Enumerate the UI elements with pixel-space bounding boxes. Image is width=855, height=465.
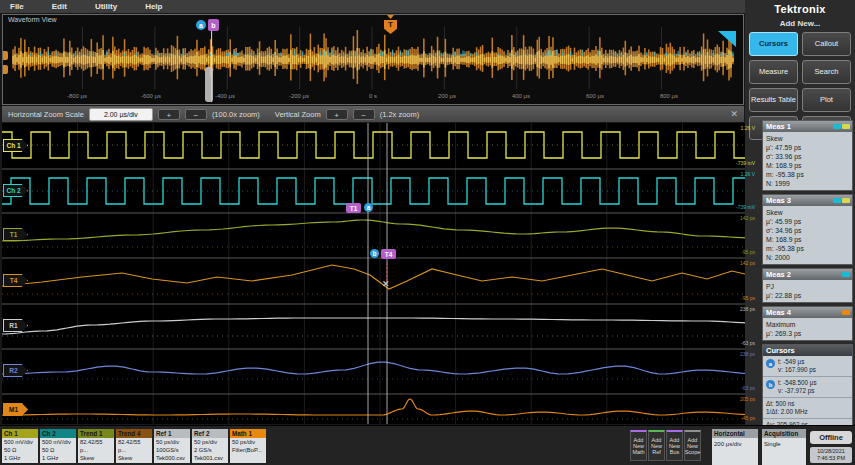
meas-2-source-chips: [841, 272, 850, 277]
cursor-delta-t-readout: Δt: 500 ns1/Δt: 2.00 MHz: [763, 398, 852, 419]
cursors-panel-header[interactable]: Cursors: [763, 345, 852, 356]
add-new-header: Add New...: [745, 19, 855, 28]
cursor-b-badge[interactable]: b: [370, 249, 379, 258]
ref-1-badge[interactable]: Ref 1 50 ps/div100GS/sTek000.csv: [154, 429, 190, 463]
time-text: 7:46:53 PM: [810, 455, 852, 462]
horizontal-zoom-factor: (100.0x zoom): [212, 110, 260, 119]
waveform-overview-panel[interactable]: Waveform View a b T -800 µs -600 µs -400…: [2, 14, 744, 105]
ref-2-badge[interactable]: Ref 2 50 ps/div2 GS/sTek001.csv: [192, 429, 228, 463]
scale-readout: -45 ps: [715, 415, 755, 421]
measure-button[interactable]: Measure: [749, 60, 798, 84]
meas-3-body: Skewµ': 45.99 ps σ': 34.96 psM: 168.9 ps…: [763, 206, 852, 264]
math-1-badge[interactable]: Math 1 50 ps/divFilter(BoP...: [230, 429, 266, 463]
overview-time-label: 600 µs: [575, 93, 615, 99]
results-panels-column: Meas 1 Skewµ': 47.59 ps σ': 33.96 psM: 1…: [762, 120, 853, 440]
cursors-button[interactable]: Cursors: [749, 32, 798, 56]
overview-time-label: 0 s: [353, 93, 393, 99]
horizontal-zoom-scale-label: Horizontal Zoom Scale: [8, 110, 84, 119]
overview-time-label: 200 µs: [427, 93, 467, 99]
trend-1-badge[interactable]: Trend 1 82.42/55 p...SkewMeas 1: [78, 429, 114, 463]
channel-1-badge[interactable]: Ch 1 500 mV/div50 Ω1 GHz: [2, 429, 38, 463]
scale-readout: -95 ps: [715, 249, 755, 255]
close-zoom-toolbar-icon[interactable]: ✕: [730, 109, 738, 119]
results-table-button[interactable]: Results Table: [749, 88, 798, 112]
plot-button[interactable]: Plot: [802, 88, 851, 112]
brand-logo: Tektronix: [745, 3, 855, 15]
channel-2-overview-tab[interactable]: [3, 65, 8, 74]
menu-edit[interactable]: Edit: [52, 2, 67, 11]
scale-readout: -63 ps: [715, 340, 755, 346]
overview-waveform-canvas: [3, 15, 743, 104]
meas-3-source-chips: [832, 198, 850, 203]
callout-button[interactable]: Callout: [802, 32, 851, 56]
horizontal-zoom-scale-input[interactable]: [89, 108, 153, 121]
scale-readout: 238 ps: [715, 351, 755, 357]
menu-help[interactable]: Help: [145, 2, 162, 11]
scale-readout: 238 ps: [715, 306, 755, 312]
horizontal-zoom-out-button[interactable]: −: [185, 109, 207, 120]
cursor-t1-badge[interactable]: T1: [346, 203, 361, 213]
scale-readout: 1.26 V: [715, 125, 755, 131]
cursor-a-badge[interactable]: a: [364, 203, 373, 212]
offline-button[interactable]: Offline: [810, 431, 852, 444]
meas-3-panel[interactable]: Meas 3 Skewµ': 45.99 ps σ': 34.96 psM: 1…: [762, 194, 853, 265]
oscilloscope-app: File Edit Utility Help Waveform View a b…: [0, 0, 855, 465]
datetime-display: 10/28/2021 7:46:53 PM: [810, 447, 852, 463]
meas-3-header[interactable]: Meas 3: [763, 195, 852, 206]
meas-4-header[interactable]: Meas 4: [763, 307, 852, 318]
overview-time-label: -800 µs: [57, 93, 97, 99]
vertical-zoom-factor: (1.2x zoom): [380, 110, 420, 119]
overview-time-label: 800 µs: [649, 93, 689, 99]
meas-2-panel[interactable]: Meas 2 PJµ': 22.88 ps: [762, 268, 853, 303]
add-new-scope-button[interactable]: Add New Scope: [684, 430, 701, 461]
cursor-t4-badge[interactable]: T4: [381, 249, 396, 259]
cursor-a-icon: a: [766, 359, 775, 368]
overview-zoom-slider-handle[interactable]: [205, 67, 213, 102]
overview-title: Waveform View: [8, 16, 57, 23]
menu-bar: File Edit Utility Help: [0, 0, 855, 13]
meas-4-source-chips: [841, 310, 850, 315]
cursor-b-readout: b t: -548.500 µsv: -37.972 ps: [763, 377, 852, 398]
horizontal-badge[interactable]: Horizontal 200 µs/div: [712, 429, 758, 463]
zoom-toolbar: Horizontal Zoom Scale + − (100.0x zoom) …: [2, 106, 744, 122]
main-waveform-view[interactable]: Ch 1 Ch 2 T1 T4 R1 R2 M1 1.26 V -739 mV …: [2, 123, 760, 424]
meas-2-header[interactable]: Meas 2: [763, 269, 852, 280]
crosshair-marker[interactable]: ✕: [382, 279, 390, 289]
scale-readout: -739 mV: [715, 204, 755, 210]
channel-1-overview-tab[interactable]: [3, 51, 8, 60]
scale-readout: 142 ps: [715, 215, 755, 221]
meas-4-body: Maximumµ': 269.3 ps: [763, 318, 852, 340]
vertical-zoom-in-button[interactable]: +: [326, 109, 348, 120]
scale-readout: -739 mV: [715, 160, 755, 166]
scale-readout: -95 ps: [715, 295, 755, 301]
add-new-ref-button[interactable]: Add New Ref: [648, 430, 665, 461]
meas-2-body: PJµ': 22.88 ps: [763, 280, 852, 302]
overview-cursor-a-badge[interactable]: a: [196, 20, 206, 30]
cursor-b-icon: b: [766, 380, 775, 389]
meas-1-panel[interactable]: Meas 1 Skewµ': 47.59 ps σ': 33.96 psM: 1…: [762, 120, 853, 191]
trend-4-badge[interactable]: Trend 4 82.42/55 p...SkewMeas 3: [116, 429, 152, 463]
channel-2-badge[interactable]: Ch 2 500 mV/div50 Ω1 GHz: [40, 429, 76, 463]
menu-file[interactable]: File: [10, 2, 24, 11]
scale-readout: 205 ps: [715, 396, 755, 402]
add-new-math-button[interactable]: Add New Math: [630, 430, 647, 461]
bottom-settings-bar: Ch 1 500 mV/div50 Ω1 GHz Ch 2 500 mV/div…: [0, 425, 855, 465]
overview-cursor-b-badge[interactable]: b: [208, 19, 219, 31]
horizontal-zoom-in-button[interactable]: +: [158, 109, 180, 120]
meas-1-source-chips: [832, 124, 850, 129]
scale-readout: 1.26 V: [715, 171, 755, 177]
overview-time-label: 400 µs: [501, 93, 541, 99]
cursor-a-readout: a t: -549 µsv: 167.990 ps: [763, 356, 852, 377]
meas-1-body: Skewµ': 47.59 ps σ': 33.96 psM: 168.9 ps…: [763, 132, 852, 190]
overview-time-label: -600 µs: [131, 93, 171, 99]
vertical-zoom-label: Vertical Zoom: [275, 110, 321, 119]
meas-1-header[interactable]: Meas 1: [763, 121, 852, 132]
main-waveform-canvas: [2, 123, 760, 424]
meas-4-panel[interactable]: Meas 4 Maximumµ': 269.3 ps: [762, 306, 853, 341]
vertical-zoom-out-button[interactable]: −: [353, 109, 375, 120]
acquisition-badge[interactable]: Acquisition Single: [762, 429, 806, 463]
search-button[interactable]: Search: [802, 60, 851, 84]
scale-readout: -63 ps: [715, 385, 755, 391]
add-new-bus-button[interactable]: Add New Bus: [666, 430, 683, 461]
menu-utility[interactable]: Utility: [95, 2, 117, 11]
